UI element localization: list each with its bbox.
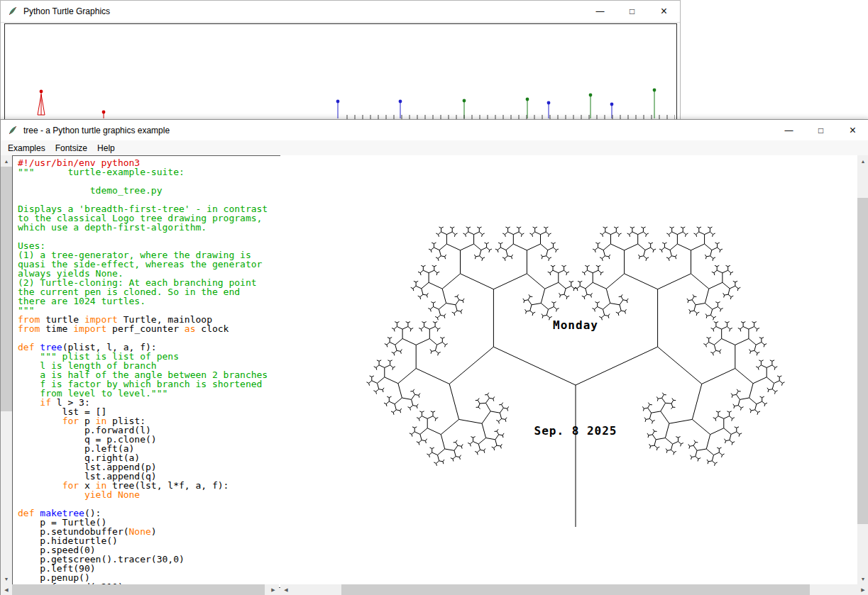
turtle-figure-dot [610, 103, 614, 106]
scroll-thumb[interactable] [1, 167, 12, 411]
menu-fontsize[interactable]: Fontsize [50, 142, 92, 155]
menu-examples[interactable]: Examples [3, 142, 50, 155]
scroll-right-icon[interactable]: ▶ [268, 584, 279, 595]
code-vertical-scrollbar[interactable]: ▲ ▼ [1, 155, 12, 584]
fractal-tree-drawing [367, 227, 785, 527]
close-button[interactable]: × [837, 120, 868, 140]
code-line [18, 232, 285, 241]
turtle-figure-dot [40, 90, 43, 94]
back-caption-buttons: — □ × [584, 1, 680, 22]
canvas-text-label: Monday [553, 318, 598, 332]
minimize-button[interactable]: — [773, 120, 805, 140]
scroll-right-icon[interactable]: ▶ [857, 584, 868, 595]
code-line: """ turtle-example-suite: [18, 167, 285, 177]
code-line: from time import perf_counter as clock [18, 324, 285, 333]
turtle-figure-dot [526, 98, 529, 101]
front-window-title: tree - a Python turtle graphics example [23, 126, 170, 135]
tree-canvas-svg: MondaySep. 8 2025 [280, 155, 857, 584]
close-button[interactable]: × [648, 1, 680, 22]
maximize-button[interactable]: □ [616, 1, 648, 22]
turtle-figure-dot [399, 100, 402, 104]
scroll-thumb[interactable] [12, 584, 265, 595]
app-icon [7, 6, 18, 17]
back-window-title: Python Turtle Graphics [23, 6, 110, 16]
code-text[interactable]: #!/usr/bin/env python3""" turtle-example… [12, 155, 285, 588]
minimize-icon: — [785, 126, 793, 135]
turtle-figure-dot [102, 111, 106, 114]
turtle-figure-dot [589, 94, 593, 97]
app-icon [7, 125, 18, 136]
canvas-text-label: Sep. 8 2025 [534, 424, 617, 438]
minimize-icon: — [596, 6, 605, 16]
code-line: tdemo_tree.py [18, 186, 285, 195]
menubar: Examples Fontsize Help [1, 140, 868, 156]
scroll-thumb[interactable] [341, 584, 810, 595]
scroll-up-icon[interactable]: ▲ [1, 155, 12, 167]
front-titlebar[interactable]: tree - a Python turtle graphics example … [1, 120, 868, 140]
turtle-figure-dot [547, 101, 551, 105]
scroll-left-icon[interactable]: ◀ [1, 584, 12, 595]
turtle-figure-dot [463, 99, 466, 103]
scroll-down-icon[interactable]: ▼ [857, 573, 868, 584]
turtledemo-window[interactable]: tree - a Python turtle graphics example … [0, 119, 868, 595]
code-line: yield None [18, 490, 285, 499]
graphics-canvas[interactable]: MondaySep. 8 2025 [280, 155, 857, 584]
code-horizontal-scrollbar[interactable]: ◀ ▶ [1, 584, 279, 595]
back-titlebar[interactable]: Python Turtle Graphics — □ × [1, 1, 680, 23]
maximize-icon: □ [630, 6, 634, 16]
canvas-vertical-scrollbar[interactable]: ▲ ▼ [857, 155, 868, 584]
canvas-horizontal-scrollbar[interactable]: ◀ ▶ [280, 584, 868, 595]
code-line: which use a depth-first-algorithm. [18, 223, 285, 232]
scroll-up-icon[interactable]: ▲ [857, 155, 868, 167]
turtle-figure-dot [653, 89, 657, 92]
scroll-left-icon[interactable]: ◀ [280, 584, 292, 595]
close-icon: × [850, 124, 856, 137]
maximize-icon: □ [818, 126, 823, 135]
scroll-down-icon[interactable]: ▼ [1, 573, 12, 584]
code-line: there are 1024 turtles. [18, 296, 285, 306]
minimize-button[interactable]: — [584, 1, 616, 22]
scroll-thumb[interactable] [857, 198, 868, 524]
menu-help[interactable]: Help [92, 142, 120, 155]
front-caption-buttons: — □ × [773, 120, 868, 140]
close-icon: × [661, 5, 667, 18]
maximize-button[interactable]: □ [805, 120, 837, 140]
turtle-figure-dot [336, 100, 340, 104]
